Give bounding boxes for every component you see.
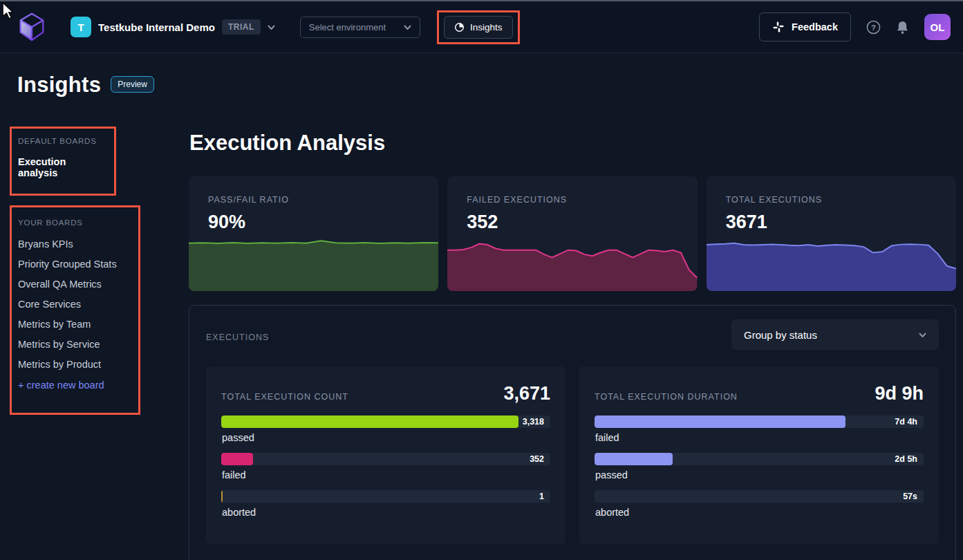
- total-execution-count-card: TOTAL EXECUTION COUNT 3,671 3,318 passed: [206, 366, 565, 544]
- executions-panel: EXECUTIONS Group by status TOTAL EXECUTI…: [189, 305, 956, 560]
- insights-nav-button[interactable]: Insights: [444, 16, 513, 39]
- pie-chart-icon: [454, 22, 465, 32]
- bar-value: 2d 5h: [895, 453, 917, 465]
- pass-fail-sparkline-chart: [189, 238, 438, 291]
- chevron-down-icon: [919, 333, 926, 337]
- bar-passed: [221, 416, 518, 428]
- executions-panel-head: EXECUTIONS Group by status: [206, 319, 939, 350]
- chevron-down-icon: [268, 25, 275, 30]
- bar-row-aborted: 57s aborted: [595, 490, 924, 518]
- group-by-select[interactable]: Group by status: [731, 319, 939, 350]
- slack-icon: [772, 21, 785, 33]
- total-executions-sparkline-chart: [707, 238, 956, 291]
- board-title: Execution Analysis: [189, 131, 956, 156]
- help-icon[interactable]: ?: [866, 20, 881, 35]
- boards-sidebar: DEFAULT BOARDS Execution analysis YOUR B…: [0, 127, 189, 560]
- stat-cards-row: PASS/FAIL RATIO 90% FAILED EXECUTIONS 35…: [189, 176, 956, 291]
- annotation-box-default-boards: DEFAULT BOARDS Execution analysis: [10, 127, 116, 196]
- sidebar-item-overall-qa-metrics[interactable]: Overall QA Metrics: [18, 274, 131, 294]
- feedback-button[interactable]: Feedback: [759, 12, 851, 41]
- bar-failed: [221, 453, 253, 465]
- trial-badge: TRIAL: [222, 19, 261, 35]
- failed-executions-sparkline-chart: [447, 238, 697, 291]
- testkube-logo-icon[interactable]: [15, 10, 48, 44]
- stat-card-pass-fail-ratio: PASS/FAIL RATIO 90%: [189, 176, 438, 291]
- metric-label: TOTAL EXECUTION COUNT: [221, 392, 348, 402]
- chevron-down-icon: [404, 25, 411, 30]
- stat-card-label: FAILED EXECUTIONS: [447, 176, 697, 205]
- topbar: T Testkube Internal Demo TRIAL Select en…: [0, 1, 963, 53]
- environment-select-value: Select environment: [309, 22, 386, 32]
- bar-row-passed: 3,318 passed: [221, 416, 550, 443]
- bar-row-passed: 2d 5h passed: [595, 453, 924, 480]
- bar-label: failed: [222, 469, 550, 480]
- metric-total: 9d 9h: [875, 383, 924, 404]
- sidebar-item-core-services[interactable]: Core Services: [18, 294, 131, 314]
- metric-label: TOTAL EXECUTION DURATION: [595, 392, 738, 402]
- your-boards-heading: YOUR BOARDS: [18, 218, 131, 227]
- total-execution-duration-card: TOTAL EXECUTION DURATION 9d 9h 7d 4h fai…: [579, 366, 939, 544]
- annotation-box-insights: Insights: [437, 10, 520, 44]
- your-boards-list: Bryans KPIs Priority Grouped Stats Overa…: [18, 234, 131, 374]
- default-boards-heading: DEFAULT BOARDS: [18, 137, 107, 145]
- org-avatar: T: [71, 17, 91, 37]
- bar-label: failed: [595, 432, 924, 443]
- preview-badge: Preview: [111, 76, 154, 93]
- sidebar-item-bryans-kpis[interactable]: Bryans KPIs: [18, 234, 131, 254]
- mouse-cursor-icon: [2, 3, 15, 19]
- topbar-right: Feedback ? OL: [759, 12, 951, 41]
- bar-value: 7d 4h: [895, 416, 917, 428]
- org-switcher[interactable]: T Testkube Internal Demo TRIAL: [71, 17, 275, 37]
- bar-value: 57s: [903, 490, 917, 503]
- sidebar-item-priority-grouped-stats[interactable]: Priority Grouped Stats: [18, 254, 131, 274]
- bar-label: passed: [222, 432, 550, 443]
- svg-text:?: ?: [871, 23, 876, 31]
- bar-value: 352: [530, 453, 544, 465]
- main-content: Execution Analysis PASS/FAIL RATIO 90% F…: [189, 127, 963, 560]
- bar-row-aborted: 1 aborted: [221, 490, 550, 518]
- page-title: Insights: [17, 73, 101, 97]
- bar-row-failed: 352 failed: [221, 453, 550, 480]
- bar-track: 2d 5h: [595, 453, 924, 465]
- stat-card-value: 3671: [707, 205, 956, 233]
- group-by-select-value: Group by status: [744, 329, 817, 341]
- user-avatar[interactable]: OL: [924, 14, 951, 40]
- executions-panel-body: TOTAL EXECUTION COUNT 3,671 3,318 passed: [206, 366, 939, 544]
- sidebar-item-metrics-by-product[interactable]: Metrics by Product: [18, 354, 131, 374]
- stat-card-value: 352: [447, 205, 697, 233]
- feedback-button-label: Feedback: [792, 21, 838, 32]
- notifications-bell-icon[interactable]: [896, 20, 909, 35]
- bar-passed-duration: [595, 453, 673, 465]
- stat-card-label: TOTAL EXECUTIONS: [707, 176, 956, 205]
- metric-total: 3,671: [503, 383, 550, 404]
- screen: T Testkube Internal Demo TRIAL Select en…: [0, 0, 963, 560]
- insights-button-label: Insights: [470, 22, 503, 32]
- bar-failed-duration: [595, 416, 845, 428]
- bar-label: aborted: [222, 507, 550, 518]
- stat-card-failed-executions: FAILED EXECUTIONS 352: [447, 176, 697, 291]
- sidebar-item-execution-analysis[interactable]: Execution analysis: [18, 152, 107, 183]
- bar-aborted: [221, 490, 223, 503]
- annotation-box-your-boards: YOUR BOARDS Bryans KPIs Priority Grouped…: [10, 205, 140, 415]
- bar-label: aborted: [595, 507, 924, 518]
- bar-track: 352: [221, 453, 550, 465]
- page-head: Insights Preview: [0, 53, 963, 97]
- sidebar-item-metrics-by-service[interactable]: Metrics by Service: [18, 334, 131, 354]
- bar-row-failed: 7d 4h failed: [595, 416, 924, 443]
- bar-value: 3,318: [523, 416, 544, 428]
- executions-panel-title: EXECUTIONS: [206, 327, 269, 342]
- bar-track: 3,318: [221, 416, 550, 428]
- bar-track: 57s: [595, 490, 924, 503]
- stat-card-total-executions: TOTAL EXECUTIONS 3671: [707, 176, 956, 291]
- stat-card-label: PASS/FAIL RATIO: [189, 176, 438, 205]
- sidebar-item-metrics-by-team[interactable]: Metrics by Team: [18, 314, 131, 334]
- bar-value: 1: [539, 490, 544, 503]
- create-new-board-link[interactable]: + create new board: [18, 380, 131, 391]
- stat-card-value: 90%: [189, 205, 438, 233]
- bar-track: 7d 4h: [595, 416, 924, 428]
- bar-label: passed: [595, 469, 924, 480]
- org-name: Testkube Internal Demo: [98, 21, 215, 33]
- environment-select[interactable]: Select environment: [300, 17, 420, 38]
- bar-track: 1: [221, 490, 550, 503]
